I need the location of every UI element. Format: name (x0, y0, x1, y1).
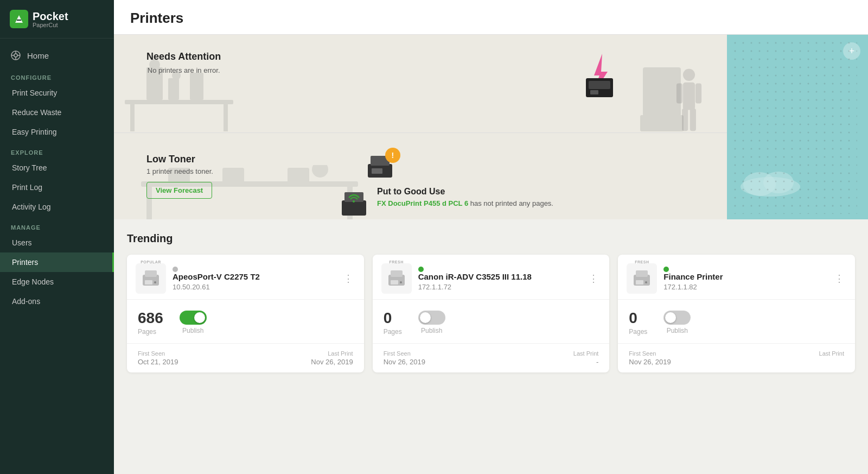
card-2-pages-label: Pages (384, 328, 402, 336)
svg-rect-8 (130, 104, 135, 131)
card-1-publish-label: Publish (182, 327, 203, 334)
card-3-printer-icon: FRESH (627, 263, 657, 294)
printer-cards: POPULAR ApeosPort-V C2275 T2 10.50.20.61 (127, 255, 855, 372)
view-forecast-button[interactable]: View Forecast (146, 182, 212, 199)
card-1-status-row (173, 267, 335, 272)
card-2-first-seen-label: First Seen (384, 350, 425, 357)
svg-rect-25 (646, 70, 678, 92)
sidebar-item-edge-nodes[interactable]: Edge Nodes (0, 272, 114, 292)
svg-rect-19 (683, 82, 695, 110)
card-3-pages-label: Pages (629, 328, 647, 336)
svg-rect-7 (125, 100, 233, 104)
printers-label: Printers (12, 258, 38, 267)
card-1-header: POPULAR ApeosPort-V C2275 T2 10.50.20.61 (127, 255, 364, 300)
card-2-toggle-knob (420, 312, 431, 323)
svg-rect-33 (288, 168, 309, 183)
svg-rect-9 (224, 104, 228, 131)
sidebar-nav: Home CONFIGURE Print Security Reduce Was… (0, 39, 114, 474)
svg-rect-55 (636, 270, 648, 277)
logo-area: Pocket PaperCut (0, 0, 114, 39)
sidebar-item-print-log[interactable]: Print Log (0, 178, 114, 197)
svg-rect-12 (190, 73, 203, 100)
hero-banner: Needs Attention No printers are in error… (114, 35, 868, 219)
sidebar-item-users[interactable]: Users (0, 233, 114, 252)
card-3-info: Finance Printer 172.1.1.82 (663, 267, 826, 291)
card-1-info: ApeosPort-V C2275 T2 10.50.20.61 (173, 267, 335, 291)
sidebar-item-story-tree[interactable]: Story Tree (0, 158, 114, 178)
toner-printer-area: ! (365, 153, 395, 182)
card-3-status-dot (663, 267, 669, 272)
card-1-pages-label: Pages (138, 328, 163, 336)
low-toner-title: Low Toner (146, 154, 213, 165)
sidebar-item-printers[interactable]: Printers (0, 252, 114, 272)
copier-silhouette (640, 56, 684, 132)
card-3-menu[interactable]: ⋮ (832, 270, 846, 287)
needs-attention-box: Needs Attention No printers are in error… (146, 51, 221, 74)
card-1-publish-toggle[interactable] (180, 311, 207, 325)
card-2-last-print-label: Last Print (573, 350, 598, 357)
svg-rect-56 (636, 280, 643, 285)
svg-point-49 (154, 281, 156, 283)
svg-rect-0 (17, 20, 21, 21)
add-ons-label: Add-ons (12, 297, 40, 306)
easy-printing-label: Easy Printing (12, 128, 56, 136)
activity-log-label: Activity Log (12, 203, 51, 211)
svg-rect-17 (590, 90, 598, 94)
card-3-first-seen: First Seen Nov 26, 2019 (629, 350, 671, 366)
card-2-stats: 0 Pages Publish (373, 300, 610, 344)
sidebar-item-add-ons[interactable]: Add-ons (0, 292, 114, 311)
card-2-first-seen: First Seen Nov 26, 2019 (384, 350, 425, 366)
card-1-printer-icon: POPULAR (136, 263, 166, 294)
card-3-first-seen-value: Nov 26, 2019 (629, 358, 671, 366)
dot-grid (732, 40, 857, 214)
card-3-stats: 0 Pages Publish (618, 300, 855, 344)
story-tree-label: Story Tree (12, 163, 47, 172)
card-1-last-print: Last Print Nov 26, 2019 (311, 350, 353, 366)
svg-rect-27 (640, 115, 684, 131)
put-to-good-use-sub: FX DocuPrint P455 d PCL 6 has not printe… (377, 199, 553, 208)
needs-attention-sub: No printers are in error. (146, 66, 221, 74)
card-1-menu[interactable]: ⋮ (341, 270, 355, 287)
section-label-explore: EXPLORE (0, 142, 114, 158)
sidebar-item-easy-printing[interactable]: Easy Printing (0, 122, 114, 142)
sidebar-item-reduce-waste[interactable]: Reduce Waste (0, 103, 114, 122)
svg-rect-21 (695, 83, 701, 103)
trending-section: Trending POPULAR (114, 219, 868, 383)
home-icon (11, 50, 21, 60)
put-to-good-use-area: Put to Good Use FX DocuPrint P455 d PCL … (377, 187, 553, 208)
svg-rect-26 (646, 96, 678, 98)
card-2-status-dot (418, 267, 424, 272)
trending-title: Trending (127, 232, 855, 245)
sidebar-item-activity-log[interactable]: Activity Log (0, 197, 114, 217)
needs-attention-title: Needs Attention (146, 51, 221, 63)
sidebar-item-home[interactable]: Home (0, 44, 114, 67)
card-2-publish-label: Publish (421, 327, 442, 334)
card-3-publish-toggle-wrapper: Publish (663, 311, 691, 334)
put-to-good-use-title: Put to Good Use (377, 187, 553, 197)
print-log-label: Print Log (12, 183, 42, 192)
svg-rect-45 (732, 40, 857, 214)
card-3-badge: FRESH (635, 260, 649, 264)
card-2-last-print-value: - (573, 358, 598, 366)
sidebar-item-print-security[interactable]: Print Security (0, 83, 114, 103)
card-1-publish-toggle-wrapper: Publish (180, 311, 207, 334)
card-3-pages-stat: 0 Pages (629, 309, 647, 336)
card-2-first-seen-value: Nov 26, 2019 (384, 358, 425, 366)
card-2-pages-value: 0 (384, 309, 402, 327)
svg-point-57 (645, 281, 647, 283)
logo-icon (10, 10, 28, 28)
low-toner-sub: 1 printer needs toner. (146, 167, 213, 175)
wifi-printer-icon (339, 187, 369, 217)
printer-svg-2 (386, 268, 407, 289)
card-2-ip: 172.1.1.72 (418, 283, 580, 291)
card-2-menu[interactable]: ⋮ (586, 270, 601, 287)
good-use-sub-text: has not printed any pages. (470, 199, 553, 207)
card-3-publish-toggle[interactable] (663, 311, 691, 325)
card-3-pages-value: 0 (629, 309, 647, 327)
card-3-ip: 172.1.1.82 (663, 283, 826, 291)
main-content: Printers (114, 0, 868, 474)
card-1-ip: 10.50.20.61 (173, 283, 335, 291)
card-2-publish-toggle[interactable] (418, 311, 445, 325)
svg-point-34 (312, 165, 328, 178)
card-3-header: FRESH Finance P (618, 255, 855, 300)
